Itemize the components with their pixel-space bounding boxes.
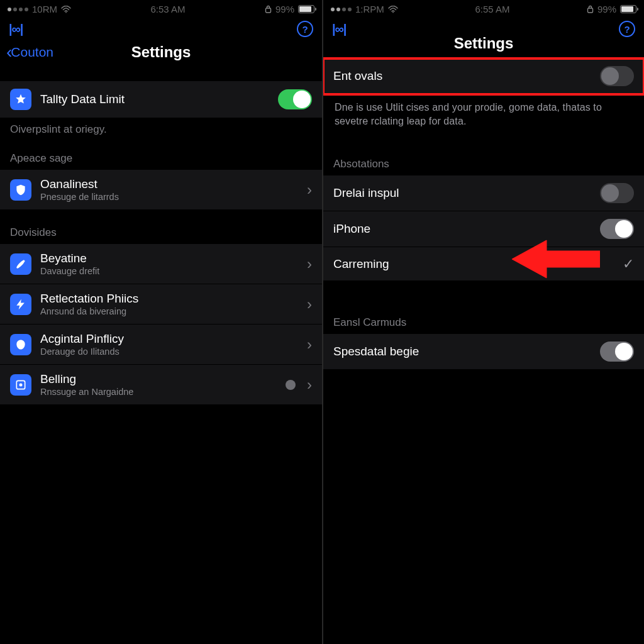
row-sub: Derauge do Ilitands — [40, 347, 298, 357]
footer-note: Oiverpslint at oriegy. — [0, 118, 322, 136]
chevron-right-icon: › — [307, 255, 312, 273]
info-icon[interactable]: ? — [619, 21, 635, 37]
blob-icon — [10, 334, 31, 355]
phone-right: 1:RPM 6:55 AM 99% |∞| ? Settings Ent ova… — [322, 0, 644, 644]
row-label: Acgintal Pinflicy — [40, 332, 298, 346]
row-sub: Davauge drefit — [40, 266, 298, 276]
toggle-spesdatal[interactable] — [600, 341, 634, 362]
row-beyatine[interactable]: Beyatine Davauge drefit › — [0, 244, 322, 284]
row-sub: Pnesuge de litarrds — [40, 192, 298, 202]
row-label: Drelai inspul — [333, 186, 591, 200]
shield-icon — [10, 179, 31, 201]
info-icon[interactable]: ? — [297, 21, 313, 37]
battery-icon — [298, 5, 314, 13]
row-iphone[interactable]: iPhone — [323, 211, 644, 247]
signal-dots-icon — [331, 8, 352, 11]
top-row: |∞| ? — [323, 16, 644, 40]
row-label: Ent ovals — [333, 69, 591, 83]
svg-rect-1 — [265, 8, 270, 13]
svg-point-4 — [392, 11, 394, 13]
wifi-icon — [61, 6, 71, 13]
row-acgintal[interactable]: Acgintal Pinflicy Derauge do Ilitands › — [0, 325, 322, 365]
status-time-left: 10RM — [32, 4, 57, 14]
checkmark-icon: ✓ — [623, 256, 634, 272]
bolt-icon — [10, 294, 31, 315]
indicator-dot-icon — [286, 380, 296, 390]
chevron-right-icon: › — [307, 296, 312, 313]
row-label: iPhone — [333, 222, 591, 236]
row-label: Carreming — [333, 257, 614, 271]
wifi-icon — [388, 6, 398, 13]
section-eansl-header: Eansl Carmuds — [323, 281, 644, 334]
signal-dots-icon — [8, 8, 28, 11]
row-data-limit[interactable]: Tallty Data Limit — [0, 81, 322, 118]
row-retlectation[interactable]: Retlectation Phiics Anrsund da biveraing… — [0, 284, 322, 325]
row-label: Spesdatal begie — [333, 345, 591, 358]
svg-rect-5 — [587, 8, 592, 13]
back-label: Couton — [11, 45, 53, 60]
chevron-right-icon: › — [307, 336, 312, 353]
row-sub: Rnssuge an Nargaidne — [40, 387, 277, 397]
row-description: Dne is use Utlit cises and your prodie, … — [323, 94, 644, 128]
section-usage-header: Apeace sage — [0, 136, 322, 170]
brush-icon — [10, 253, 31, 275]
battery-icon — [620, 5, 636, 13]
chevron-right-icon: › — [307, 376, 312, 394]
row-sub: Anrsund da biveraing — [40, 306, 298, 316]
navbar: ‹ Couton Settings — [0, 40, 322, 67]
svg-point-3 — [19, 383, 23, 386]
top-row: |∞| ? — [0, 16, 322, 40]
status-bar: 1:RPM 6:55 AM 99% — [323, 0, 644, 16]
lock-icon — [587, 5, 594, 13]
status-time-left: 1:RPM — [355, 4, 384, 14]
svg-point-0 — [65, 11, 67, 13]
battery-pct: 99% — [275, 4, 294, 14]
section-devices-header: Dovisides — [0, 210, 322, 244]
back-button[interactable]: ‹ Couton — [6, 43, 53, 61]
app-logo[interactable]: |∞| — [9, 22, 23, 36]
toggle-drelai[interactable] — [600, 183, 634, 203]
navbar: Settings — [323, 40, 644, 50]
status-bar: 10RM 6:53 AM 99% — [0, 0, 322, 16]
row-spesdatal[interactable]: Spesdatal begie — [323, 334, 644, 370]
toggle-ent-ovals[interactable] — [600, 66, 634, 86]
phone-left: 10RM 6:53 AM 99% |∞| ? ‹ Couton Settings — [0, 0, 322, 644]
row-oanalinest[interactable]: Oanalinest Pnesuge de litarrds › — [0, 170, 322, 210]
app-logo[interactable]: |∞| — [332, 22, 346, 36]
row-label: Belling — [40, 372, 277, 386]
row-label: Beyatine — [40, 252, 298, 265]
row-drelai[interactable]: Drelai inspul — [323, 175, 644, 211]
frame-icon — [10, 374, 31, 396]
status-time-center: 6:55 AM — [475, 4, 509, 14]
row-belling[interactable]: Belling Rnssuge an Nargaidne › — [0, 365, 322, 405]
battery-pct: 99% — [597, 4, 616, 14]
row-label: Retlectation Phiics — [40, 292, 298, 306]
toggle-iphone[interactable] — [600, 219, 634, 239]
row-ent-ovals[interactable]: Ent ovals — [323, 58, 644, 94]
star-icon — [10, 89, 31, 110]
row-carreming[interactable]: Carreming ✓ — [323, 247, 644, 281]
toggle-data-limit[interactable] — [278, 89, 312, 109]
chevron-right-icon: › — [307, 181, 312, 199]
section-absotations-header: Absotations — [323, 128, 644, 175]
row-label: Tallty Data Limit — [40, 92, 269, 106]
row-label: Oanalinest — [40, 177, 298, 191]
lock-icon — [265, 5, 272, 13]
status-time-center: 6:53 AM — [150, 4, 185, 14]
